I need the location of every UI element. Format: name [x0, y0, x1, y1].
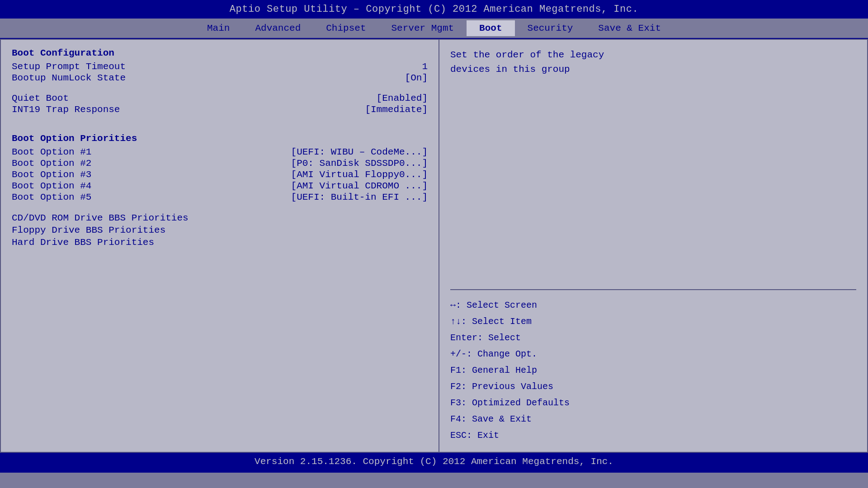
boot-option-priorities-title: Boot Option Priorities: [12, 133, 428, 144]
boot-option-2-label: Boot Option #2: [12, 158, 193, 169]
boot-option-1-value: [UEFI: WIBU – CodeMe...]: [291, 147, 428, 157]
boot-option-5-label: Boot Option #5: [12, 192, 193, 202]
boot-option-2-row[interactable]: Boot Option #2 [P0: SanDisk SDSSDP0...]: [12, 158, 428, 169]
key-help: ↔: Select Screen↑↓: Select ItemEnter: Se…: [450, 297, 856, 444]
setup-prompt-timeout-label: Setup Prompt Timeout: [12, 61, 193, 72]
header-title: Aptio Setup Utility – Copyright (C) 2012…: [0, 0, 868, 19]
boot-config-title: Boot Configuration: [12, 48, 428, 58]
main-content: Boot Configuration Setup Prompt Timeout …: [0, 39, 868, 453]
boot-option-4-row[interactable]: Boot Option #4 [AMI Virtual CDROMO ...]: [12, 180, 428, 192]
nav-bar: MainAdvancedChipsetServer MgmtBootSecuri…: [0, 19, 868, 39]
key-help-row: ↔: Select Screen: [450, 297, 856, 314]
int19-trap-row: INT19 Trap Response [Immediate]: [12, 104, 428, 115]
bootup-numlock-label: Bootup NumLock State: [12, 73, 193, 83]
help-line-2: devices in this group: [450, 64, 570, 75]
nav-item-security[interactable]: Security: [515, 20, 586, 36]
boot-option-1-label: Boot Option #1: [12, 147, 193, 157]
bootup-numlock-row: Bootup NumLock State [On]: [12, 72, 428, 84]
header-text: Aptio Setup Utility – Copyright (C) 2012…: [230, 4, 638, 15]
footer: Version 2.15.1236. Copyright (C) 2012 Am…: [0, 453, 868, 473]
right-panel: Set the order of the legacy devices in t…: [439, 40, 867, 452]
setup-prompt-timeout-row: Setup Prompt Timeout 1: [12, 61, 428, 72]
nav-item-main[interactable]: Main: [194, 20, 242, 36]
cdvd-bbs-priorities-link[interactable]: CD/DVD ROM Drive BBS Priorities: [12, 212, 428, 224]
boot-option-3-label: Boot Option #3: [12, 169, 193, 180]
int19-trap-label: INT19 Trap Response: [12, 104, 193, 115]
boot-option-3-value: [AMI Virtual Floppy0...]: [291, 169, 428, 180]
hdd-bbs-priorities-link[interactable]: Hard Drive BBS Priorities: [12, 236, 428, 249]
setup-prompt-timeout-value: 1: [422, 61, 428, 72]
boot-option-5-row[interactable]: Boot Option #5 [UEFI: Built-in EFI ...]: [12, 192, 428, 203]
key-help-row: +/-: Change Opt.: [450, 346, 856, 362]
boot-option-5-value: [UEFI: Built-in EFI ...]: [291, 192, 428, 202]
key-help-row: ESC: Exit: [450, 427, 856, 444]
boot-option-1-row[interactable]: Boot Option #1 [UEFI: WIBU – CodeMe...]: [12, 146, 428, 158]
left-panel: Boot Configuration Setup Prompt Timeout …: [1, 40, 439, 452]
key-help-row: F1: General Help: [450, 362, 856, 379]
key-help-row: F4: Save & Exit: [450, 411, 856, 427]
quiet-boot-row: Quiet Boot [Enabled]: [12, 93, 428, 104]
boot-option-4-value: [AMI Virtual CDROMO ...]: [291, 181, 428, 191]
quiet-boot-value: [Enabled]: [377, 93, 428, 103]
nav-item-advanced[interactable]: Advanced: [242, 20, 313, 36]
key-help-row: Enter: Select: [450, 330, 856, 346]
key-help-row: F2: Previous Values: [450, 379, 856, 395]
key-help-row: ↑↓: Select Item: [450, 314, 856, 330]
nav-item-chipset[interactable]: Chipset: [313, 20, 378, 36]
help-line-1: Set the order of the legacy: [450, 50, 604, 60]
bootup-numlock-value: [On]: [405, 73, 428, 83]
int19-trap-value: [Immediate]: [365, 104, 428, 115]
nav-item-server-mgmt[interactable]: Server Mgmt: [378, 20, 467, 36]
nav-item-save-and-exit[interactable]: Save & Exit: [585, 20, 674, 36]
boot-option-3-row[interactable]: Boot Option #3 [AMI Virtual Floppy0...]: [12, 169, 428, 180]
boot-option-4-label: Boot Option #4: [12, 181, 193, 191]
floppy-bbs-priorities-link[interactable]: Floppy Drive BBS Priorities: [12, 224, 428, 236]
boot-option-2-value: [P0: SanDisk SDSSDP0...]: [291, 158, 428, 169]
footer-text: Version 2.15.1236. Copyright (C) 2012 Am…: [255, 456, 613, 467]
quiet-boot-label: Quiet Boot: [12, 93, 193, 103]
key-help-row: F3: Optimized Defaults: [450, 395, 856, 411]
divider: [450, 289, 856, 290]
help-text: Set the order of the legacy devices in t…: [450, 48, 856, 76]
nav-item-boot[interactable]: Boot: [467, 20, 514, 36]
